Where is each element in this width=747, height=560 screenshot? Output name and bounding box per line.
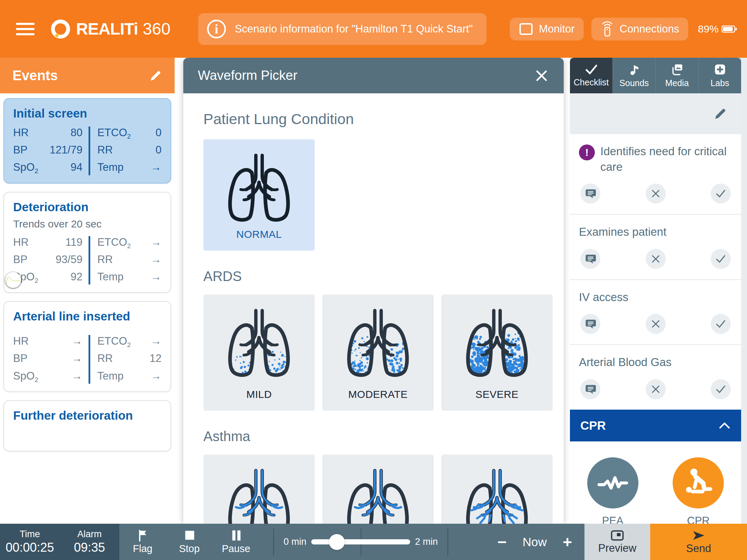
etco2-waveform-thumbnail (5, 272, 21, 288)
realiti-logo-icon (50, 18, 71, 40)
right-gutter (741, 58, 747, 524)
check-icon (716, 254, 726, 264)
tab-sounds[interactable]: Sounds (612, 58, 655, 93)
comment-button[interactable] (580, 379, 600, 399)
monitor-label: Monitor (539, 23, 574, 35)
events-header: Events (0, 58, 175, 93)
lungs-ards-moderate-icon (338, 304, 418, 384)
timeline-thumb[interactable] (329, 534, 345, 550)
tab-media[interactable]: Media (655, 58, 698, 93)
lung-tile-ards-mild[interactable]: MILD (203, 295, 315, 411)
lung-tile-asthma-mild[interactable] (203, 455, 315, 524)
mark-correct-button[interactable] (711, 249, 731, 269)
mark-correct-button[interactable] (711, 379, 731, 399)
pause-icon (230, 529, 242, 542)
events-panel: Events Initial screen HR80 BP121/79 (0, 58, 175, 524)
right-panel: Checklist Sounds Media (570, 58, 741, 524)
event-card-initial-screen[interactable]: Initial screen HR80 BP121/79 SpO294 ETCO… (3, 98, 171, 184)
modal-header: Waveform Picker (183, 58, 564, 93)
top-bar-actions: Monitor Connections 89% (510, 18, 737, 40)
check-icon (716, 384, 726, 394)
mark-correct-button[interactable] (711, 184, 731, 204)
mark-incorrect-button[interactable] (646, 314, 666, 334)
battery-percent: 89% (698, 23, 719, 35)
check-icon (716, 319, 726, 329)
comment-button[interactable] (580, 249, 600, 269)
battery-icon (721, 25, 737, 33)
connections-icon (600, 21, 614, 37)
comment-button[interactable] (580, 314, 600, 334)
close-icon[interactable] (534, 68, 549, 83)
stop-icon (184, 529, 195, 542)
plus-button[interactable]: + (563, 533, 572, 551)
flag-button[interactable]: Flag (119, 529, 166, 554)
bottom-bar: Time 00:00:25 Alarm 09:35 Flag Stop (0, 524, 747, 560)
minus-button[interactable]: − (497, 533, 507, 551)
cpr-section-body: PEA (570, 441, 741, 524)
checklist-item-label: Examines patient (579, 224, 666, 240)
now-button[interactable]: Now (523, 535, 547, 549)
event-title: Initial screen (13, 106, 162, 120)
flag-icon (137, 529, 149, 542)
event-title: Further deterioration (13, 409, 162, 422)
checklist-item-label: Arterial Blood Gas (579, 355, 672, 370)
edit-checklist-icon[interactable] (713, 107, 727, 121)
edit-events-icon[interactable] (149, 69, 162, 82)
send-button[interactable]: Send (650, 524, 747, 560)
clock-section: Time 00:00:25 Alarm 09:35 (0, 524, 119, 560)
lung-tile-ards-moderate[interactable]: MODERATE (322, 295, 434, 411)
time-nudge-group: − Now + (497, 533, 572, 551)
tab-labs[interactable]: Labs (698, 58, 741, 93)
timeline-start-label: 0 min (284, 536, 306, 547)
cpr-section-header[interactable]: CPR (570, 410, 741, 441)
monitor-button[interactable]: Monitor (510, 18, 583, 40)
info-icon: i (206, 19, 227, 39)
lung-tile-ards-severe[interactable]: SEVERE (441, 295, 553, 411)
menu-icon[interactable] (16, 20, 35, 38)
x-icon (651, 384, 661, 394)
transport-controls: Flag Stop Pause 0 min (119, 524, 584, 560)
critical-alert-icon: ! (579, 144, 595, 160)
preview-button[interactable]: Preview (584, 524, 650, 560)
cpr-section-title: CPR (580, 419, 606, 432)
lung-tile-normal[interactable]: NORMAL (203, 139, 315, 251)
event-card-deterioration[interactable]: Deterioration Trends over 20 sec HR119 B… (3, 192, 171, 293)
event-card-arterial-line[interactable]: Arterial line inserted HR→ BP→ (3, 301, 171, 392)
timeline-slider-group: 0 min 2 min (268, 529, 453, 556)
mark-incorrect-button[interactable] (646, 184, 666, 204)
pause-button[interactable]: Pause (213, 529, 259, 554)
app-logo: REALITi 360 (50, 18, 170, 40)
mark-incorrect-button[interactable] (646, 249, 666, 269)
modal-title: Waveform Picker (198, 68, 297, 83)
lung-tile-asthma-moderate[interactable] (322, 455, 434, 524)
asthma-heading: Asthma (203, 429, 544, 444)
modal-body: Patient Lung Condition NORMAL ARDS (183, 93, 564, 524)
pea-button[interactable]: PEA (587, 457, 638, 524)
media-icon (670, 63, 684, 76)
events-list: Initial screen HR80 BP121/79 SpO294 ETCO… (0, 93, 175, 524)
ards-heading: ARDS (203, 269, 544, 284)
modal-backdrop: Waveform Picker Patient Lung Condition N… (175, 58, 570, 524)
music-note-icon (628, 63, 640, 76)
cpr-button[interactable]: CPR (673, 457, 724, 524)
checklist-item-label: Identifies need for critical care (600, 144, 732, 175)
connections-button[interactable]: Connections (591, 18, 688, 40)
timeline-track[interactable] (311, 539, 410, 544)
mark-correct-button[interactable] (711, 314, 731, 334)
stop-button[interactable]: Stop (166, 529, 213, 554)
timeline-end-label: 2 min (415, 536, 438, 547)
connections-label: Connections (620, 23, 679, 35)
vitals-grid: HR119 BP93/59 SpO292 ETCO2→ RR→ Temp→ (13, 236, 162, 285)
lung-tile-asthma-severe[interactable] (441, 455, 553, 524)
event-title: Arterial line inserted (13, 309, 162, 323)
lungs-asthma-moderate-icon (338, 464, 418, 524)
svg-text:i: i (215, 22, 219, 36)
event-card-further-deterioration[interactable]: Further deterioration (3, 400, 171, 451)
waveform-picker-modal: Waveform Picker Patient Lung Condition N… (183, 58, 564, 524)
lungs-ards-mild-icon (219, 304, 299, 384)
mark-incorrect-button[interactable] (646, 379, 666, 399)
tab-checklist[interactable]: Checklist (570, 58, 612, 93)
comment-icon (585, 188, 596, 199)
comment-button[interactable] (580, 184, 600, 204)
scenario-info-button[interactable]: i Scenario information for "Hamilton T1 … (198, 13, 487, 45)
